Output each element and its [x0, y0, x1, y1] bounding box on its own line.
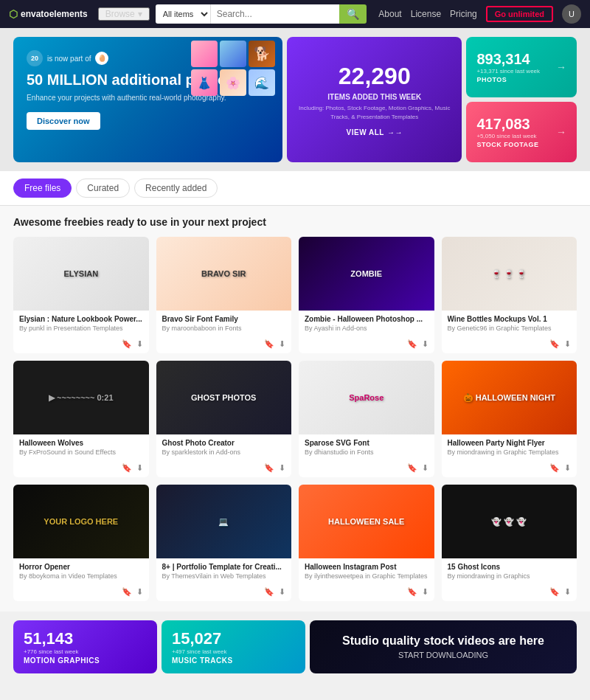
item-thumb-2: ZOMBIE: [299, 237, 434, 311]
item-actions-11: 🔖 ⬇: [442, 584, 577, 601]
item-author-6: By dhianstudio in Fonts: [305, 448, 428, 456]
item-actions-9: 🔖 ⬇: [156, 584, 292, 601]
hex-3: 🐕: [249, 41, 275, 67]
item-actions-6: 🔖 ⬇: [299, 460, 434, 477]
item-card-1[interactable]: BRAVO SIR Bravo Sir Font Family By maroo…: [156, 237, 292, 353]
go-unlimited-button[interactable]: Go unlimited: [486, 6, 553, 22]
hex-5: 🌸: [220, 69, 246, 96]
motion-graphics-stat[interactable]: 51,143 +776 since last week MOTION GRAPH…: [13, 620, 157, 673]
item-title-2: Zombie - Halloween Photoshop ...: [305, 315, 428, 323]
photos-label: PHOTOS: [476, 76, 550, 83]
item-card-11[interactable]: 👻 👻 👻 15 Ghost Icons By miondrawing in G…: [442, 485, 577, 601]
item-card-7[interactable]: 🎃 HALLOWEEN NIGHT Halloween Party Night …: [442, 361, 577, 477]
item-author-1: By maroonbaboon in Fonts: [162, 325, 286, 332]
nav-links: About License Pricing: [378, 9, 476, 19]
bookmark-icon-0[interactable]: 🔖: [122, 339, 132, 349]
item-author-9: By ThemesVilain in Web Templates: [162, 572, 286, 580]
search-button[interactable]: 🔍: [339, 4, 367, 24]
download-icon-3[interactable]: ⬇: [564, 339, 571, 349]
bookmark-icon-7[interactable]: 🔖: [549, 463, 560, 473]
hex-1: [191, 41, 218, 67]
item-card-6[interactable]: SpaRose Sparose SVG Font By dhianstudio …: [299, 361, 434, 477]
music-label: MUSIC TRACKS: [172, 656, 295, 665]
download-icon-9[interactable]: ⬇: [279, 587, 285, 597]
item-card-0[interactable]: ELYSIAN Elysian : Nature Lookbook Power.…: [13, 237, 149, 353]
footage-label: STOCK FOOTAGE: [476, 141, 550, 148]
bookmark-icon-3[interactable]: 🔖: [549, 339, 560, 349]
item-title-10: Halloween Instagram Post: [305, 563, 428, 571]
items-added-label: ITEMS ADDED THIS WEEK: [327, 93, 421, 101]
download-icon-8[interactable]: ⬇: [136, 587, 143, 597]
bookmark-icon-6[interactable]: 🔖: [407, 463, 417, 473]
item-card-3[interactable]: 🍷 🍷 🍷 Wine Bottles Mockups Vol. 1 By Gen…: [442, 237, 577, 353]
tab-free-files[interactable]: Free files: [13, 179, 72, 198]
item-thumb-6: SpaRose: [299, 361, 434, 434]
item-actions-5: 🔖 ⬇: [156, 460, 292, 477]
download-icon-0[interactable]: ⬇: [136, 339, 143, 349]
bookmark-icon-11[interactable]: 🔖: [549, 587, 560, 597]
music-tracks-stat[interactable]: 15,027 +497 since last week MUSIC TRACKS: [162, 620, 305, 673]
bookmark-icon-10[interactable]: 🔖: [407, 587, 417, 597]
nav-pricing[interactable]: Pricing: [450, 9, 477, 19]
item-meta-5: Ghost Photo Creator By sparklestork in A…: [156, 434, 292, 460]
view-all-button[interactable]: VIEW ALL →→: [347, 128, 403, 136]
discover-button[interactable]: Discover now: [27, 112, 100, 130]
navbar: ⬡ envatoelements Browse ▾ All items 🔍 Ab…: [0, 0, 590, 28]
item-icons-3: 🔖 ⬇: [549, 339, 571, 349]
bookmark-icon-8[interactable]: 🔖: [122, 587, 132, 597]
footage-arrow-icon: →: [556, 126, 566, 138]
bookmark-icon-1[interactable]: 🔖: [264, 339, 274, 349]
bottom-stats: 51,143 +776 since last week MOTION GRAPH…: [0, 611, 590, 682]
item-meta-11: 15 Ghost Icons By miondrawing in Graphic…: [442, 558, 577, 584]
hex-4: 👗: [191, 69, 218, 96]
item-thumb-10: HALLOWEEN SALE: [299, 485, 434, 558]
search-bar: All items 🔍: [156, 4, 367, 24]
footage-number: 417,083: [476, 116, 550, 133]
nav-about[interactable]: About: [378, 9, 401, 19]
footage-stat-info: 417,083 +5,050 since last week STOCK FOO…: [476, 116, 550, 148]
item-author-11: By miondrawing in Graphics: [448, 572, 572, 580]
search-category-select[interactable]: All items: [156, 4, 211, 24]
download-icon-1[interactable]: ⬇: [279, 339, 285, 349]
item-card-4[interactable]: ▶ ~~~~~~~~ 0:21 Halloween Wolves By FxPr…: [13, 361, 149, 477]
download-icon-4[interactable]: ⬇: [136, 463, 143, 473]
item-title-0: Elysian : Nature Lookbook Power...: [19, 315, 143, 323]
item-card-8[interactable]: YOUR LOGO HERE Horror Opener By 8boykoma…: [13, 485, 149, 601]
download-icon-6[interactable]: ⬇: [422, 463, 428, 473]
item-card-2[interactable]: ZOMBIE Zombie - Halloween Photoshop ... …: [299, 237, 434, 353]
item-author-8: By 8boykoma in Video Templates: [19, 572, 143, 580]
bookmark-icon-9[interactable]: 🔖: [264, 587, 274, 597]
music-delta: +497 since last week: [172, 648, 295, 655]
photos-arrow-icon: →: [556, 61, 566, 73]
motion-delta: +776 since last week: [24, 648, 147, 655]
item-icons-4: 🔖 ⬇: [122, 463, 143, 473]
item-card-10[interactable]: HALLOWEEN SALE Halloween Instagram Post …: [299, 485, 434, 601]
video-subtitle: START DOWNLOADING: [398, 651, 488, 659]
video-promo-card[interactable]: Studio quality stock videos are here STA…: [310, 620, 577, 673]
egg-icon: 🥚: [95, 52, 108, 65]
tab-curated[interactable]: Curated: [76, 179, 130, 198]
nav-license[interactable]: License: [411, 9, 441, 19]
items-added-sub: Including: Photos, Stock Footage, Motion…: [297, 104, 451, 120]
item-card-9[interactable]: 💻 8+ | Portfolio Template for Creati... …: [156, 485, 292, 601]
item-actions-7: 🔖 ⬇: [442, 460, 577, 477]
download-icon-10[interactable]: ⬇: [422, 587, 428, 597]
logo[interactable]: ⬡ envatoelements: [9, 8, 88, 20]
download-icon-5[interactable]: ⬇: [279, 463, 285, 473]
tab-recently-added[interactable]: Recently added: [134, 179, 218, 198]
item-meta-3: Wine Bottles Mockups Vol. 1 By Genetic96…: [442, 311, 577, 336]
item-author-10: By ilyinthesweetpea in Graphic Templates: [305, 572, 428, 580]
download-icon-11[interactable]: ⬇: [564, 587, 571, 597]
download-icon-2[interactable]: ⬇: [422, 339, 428, 349]
bookmark-icon-2[interactable]: 🔖: [407, 339, 417, 349]
browse-button[interactable]: Browse ▾: [98, 7, 150, 21]
logo-text: envatoelements: [21, 9, 88, 19]
bookmark-icon-5[interactable]: 🔖: [264, 463, 274, 473]
item-title-3: Wine Bottles Mockups Vol. 1: [448, 315, 572, 323]
search-input[interactable]: [211, 4, 340, 24]
avatar[interactable]: U: [562, 4, 581, 24]
item-title-9: 8+ | Portfolio Template for Creati...: [162, 563, 286, 571]
item-card-5[interactable]: GHOST PHOTOS Ghost Photo Creator By spar…: [156, 361, 292, 477]
bookmark-icon-4[interactable]: 🔖: [122, 463, 132, 473]
download-icon-7[interactable]: ⬇: [564, 463, 571, 473]
